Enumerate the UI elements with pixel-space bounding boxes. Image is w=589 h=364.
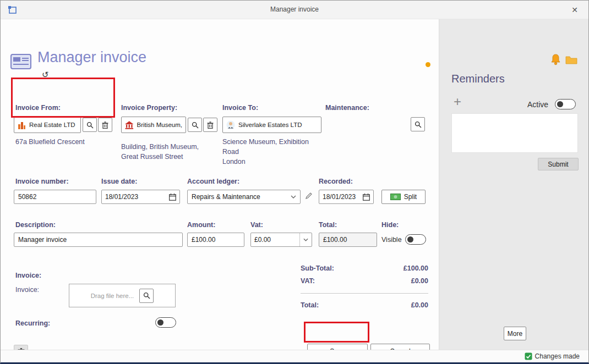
bell-icon[interactable]: [550, 54, 561, 65]
invoice-from-value: Real Estate LTD: [29, 122, 75, 128]
invoice-from-search-button[interactable]: [83, 118, 97, 132]
calendar-icon[interactable]: [169, 194, 176, 201]
status-dot: [426, 62, 430, 67]
description-input[interactable]: [14, 233, 183, 247]
invoice-header-icon: [10, 52, 32, 71]
invoice-to-value: Silverlake Estates LTD: [238, 122, 302, 128]
invoice-section-label: Invoice:: [15, 272, 41, 279]
issue-date-input[interactable]: 18/01/2023: [101, 190, 180, 204]
more-button[interactable]: More: [504, 327, 526, 340]
invoice-from-delete-button[interactable]: [98, 118, 112, 132]
recurring-toggle[interactable]: [155, 317, 176, 328]
pencil-icon: [305, 192, 313, 200]
page-title: Manager invoice: [37, 49, 146, 66]
recorded-label: Recorded:: [319, 178, 353, 185]
invoice-property-value: British Museum,: [137, 122, 182, 128]
calendar-icon[interactable]: [363, 194, 370, 201]
total-label: Total:: [319, 221, 337, 229]
history-icon[interactable]: ↺: [42, 70, 49, 80]
invoice-to-label: Invoice To:: [222, 104, 258, 112]
statusbar: Changes made: [1, 350, 588, 363]
account-ledger-edit-icon[interactable]: [305, 192, 313, 200]
grand-total-label: Total:: [301, 301, 319, 309]
subtotal-label: Sub-Total:: [301, 264, 334, 272]
totals-divider: [301, 293, 428, 294]
maintenance-label: Maintenance:: [325, 104, 369, 112]
search-icon: [86, 122, 94, 129]
close-icon[interactable]: ✕: [568, 4, 582, 16]
add-reminder-icon[interactable]: +: [454, 95, 461, 108]
invoice-number-label: Invoice number:: [15, 178, 69, 185]
invoice-property-address: Building, British Museum, Great Russell …: [121, 142, 215, 162]
search-icon: [143, 292, 150, 299]
description-label: Description:: [15, 221, 56, 229]
chevron-down-icon: [303, 238, 308, 241]
invoice-number-input[interactable]: [14, 190, 96, 204]
issue-date-label: Issue date:: [101, 178, 137, 185]
vat-input[interactable]: £0.00: [250, 233, 312, 247]
reminders-title: Reminders: [451, 73, 505, 85]
vat-total-label: VAT:: [301, 277, 315, 285]
search-icon: [415, 121, 422, 128]
submit-button[interactable]: Submit: [538, 158, 579, 170]
changes-made-status: Changes made: [525, 352, 580, 360]
hide-state-label: Visible: [381, 236, 402, 244]
vat-label: Vat:: [250, 221, 263, 229]
account-ledger-select[interactable]: Repairs & Maintenance: [187, 190, 301, 204]
invoice-to-address: Science Museum, Exhibition Road London: [222, 137, 327, 167]
invoice-from-label: Invoice From:: [15, 104, 61, 112]
invoice-property-search-button[interactable]: [188, 118, 202, 132]
amount-input[interactable]: [187, 233, 244, 247]
active-toggle[interactable]: [555, 99, 576, 109]
invoice-file-search-button[interactable]: [139, 289, 154, 303]
invoice-property-box[interactable]: British Museum,: [121, 117, 186, 133]
main-area: Manager invoice ↺ Invoice From: Invoice …: [1, 19, 439, 350]
reminder-textarea[interactable]: [451, 113, 578, 153]
museum-icon: [125, 121, 134, 129]
total-input[interactable]: [319, 233, 377, 247]
chevron-down-icon: [291, 195, 296, 198]
building-icon: [18, 121, 26, 129]
invoice-from-address: 67a Bluefield Crescent: [15, 137, 85, 147]
split-button[interactable]: Split: [381, 190, 426, 204]
folder-icon[interactable]: [565, 56, 577, 65]
changes-saved-icon: [525, 352, 532, 360]
amount-label: Amount:: [187, 221, 215, 229]
window-title: Manager invoice: [1, 5, 588, 13]
titlebar: Manager invoice ✕: [1, 1, 588, 19]
subtotal-value: £100.00: [379, 264, 428, 272]
grand-total-value: £0.00: [379, 301, 428, 309]
invoice-from-box[interactable]: Real Estate LTD: [14, 117, 81, 133]
vat-dropdown-button[interactable]: [299, 233, 312, 246]
maintenance-search-button[interactable]: [411, 117, 425, 131]
hide-toggle[interactable]: [405, 234, 426, 245]
search-icon: [192, 122, 199, 129]
invoice-file-label: Invoice:: [15, 285, 39, 295]
dropzone-placeholder: Drag file here...: [91, 293, 134, 299]
trash-icon: [207, 122, 214, 129]
reminders-panel: Reminders + Active Submit More: [439, 19, 589, 350]
hide-label: Hide:: [381, 221, 399, 229]
invoice-file-dropzone[interactable]: Drag file here...: [69, 284, 176, 307]
vat-total-value: £0.00: [379, 277, 428, 285]
recurring-label: Recurring:: [15, 319, 50, 327]
person-icon: [226, 120, 235, 129]
manager-invoice-window: Manager invoice ✕ Manager invoice ↺ Invo…: [0, 0, 589, 364]
invoice-to-box[interactable]: Silverlake Estates LTD: [222, 117, 321, 133]
money-icon: [390, 194, 401, 200]
account-ledger-label: Account ledger:: [187, 178, 239, 185]
recorded-date-input[interactable]: 18/01/2023: [319, 190, 374, 204]
trash-icon: [102, 122, 108, 129]
invoice-property-label: Invoice Property:: [121, 104, 177, 112]
active-label: Active: [527, 100, 548, 109]
invoice-property-delete-button[interactable]: [203, 118, 217, 132]
